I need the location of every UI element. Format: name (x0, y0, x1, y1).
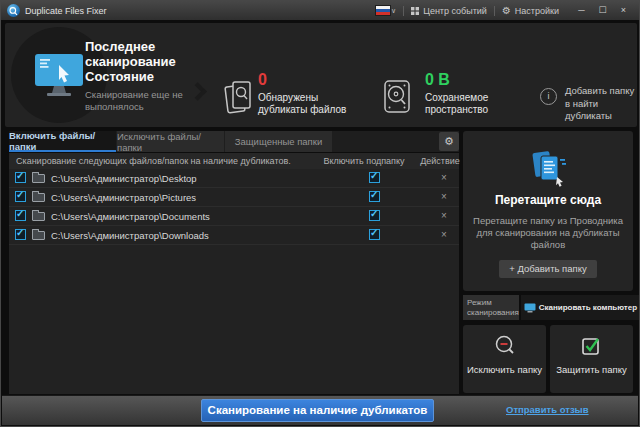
row-checkbox[interactable]: ✓ (15, 229, 26, 240)
monitor-icon (33, 52, 85, 98)
drive-search-icon (383, 79, 411, 115)
grid-icon (411, 7, 419, 15)
duplicate-files-icon (224, 78, 254, 116)
status-panel: Последнее сканирование Состояние Сканиро… (5, 23, 637, 127)
tab-protected-folders[interactable]: Защищенные папки (225, 131, 332, 152)
chevron-down-icon: ∨ (391, 7, 396, 15)
table-row: ✓ C:\Users\Администратор\Desktop ✓ × (9, 169, 459, 188)
protect-checkbox-icon (581, 334, 603, 358)
titlebar: Duplicate Files Fixer ∨ Центр событий ⚙ … (1, 1, 639, 20)
scan-mode-selected: Сканировать компьютер (539, 303, 637, 312)
row-checkbox[interactable]: ✓ (15, 191, 26, 202)
events-center-label: Центр событий (423, 6, 487, 16)
scan-mode-row: Режим сканирования Сканировать компьютер… (463, 295, 633, 320)
folder-icon (32, 212, 45, 221)
app-logo-icon (7, 4, 20, 17)
folder-icon (32, 174, 45, 183)
exclude-folder-button[interactable]: Исключить папку (463, 325, 546, 393)
computer-icon (524, 303, 536, 313)
protect-folder-label: Защитить папку (550, 364, 633, 375)
folder-icon (32, 231, 45, 240)
drop-documents-icon (529, 147, 567, 187)
remove-row-button[interactable]: × (437, 191, 451, 202)
check-icon: ✓ (16, 227, 24, 238)
drop-zone-title: Перетащите сюда (463, 193, 633, 207)
space-saved-label: Сохраняемое пространство (425, 92, 511, 116)
tab-include-files[interactable]: Включить файлы/папки (9, 131, 116, 152)
bottom-bar: Сканирование на наличие дубликатов Отпра… (2, 395, 638, 425)
russian-flag-icon (376, 6, 390, 15)
add-folder-button[interactable]: + Добавить папку (499, 260, 596, 278)
table-row: ✓ C:\Users\Администратор\Downloads ✓ × (9, 226, 459, 245)
subfolder-checkbox[interactable]: ✓ (369, 229, 380, 240)
window-title: Duplicate Files Fixer (25, 6, 107, 16)
last-scan-subtitle: Сканирование еще не выполнялось (85, 89, 197, 113)
row-checkbox[interactable]: ✓ (15, 210, 26, 221)
folder-icon (32, 193, 45, 202)
scan-folder-table: ✓ C:\Users\Администратор\Desktop ✓ × ✓ C… (9, 169, 459, 394)
gear-icon: ⚙ (502, 5, 511, 16)
separator (403, 6, 404, 16)
space-saved-value: 0 В (425, 71, 450, 89)
check-icon: ✓ (370, 227, 378, 238)
check-icon: ✓ (16, 170, 24, 181)
table-row: ✓ C:\Users\Администратор\Pictures ✓ × (9, 188, 459, 207)
row-checkbox[interactable]: ✓ (15, 172, 26, 183)
remove-row-button[interactable]: × (437, 210, 451, 221)
check-icon: ✓ (370, 208, 378, 219)
scan-mode-label: Режим сканирования (463, 295, 519, 320)
header-action: Действие (417, 156, 463, 166)
remove-row-button[interactable]: × (437, 229, 451, 240)
folder-path: C:\Users\Администратор\Documents (51, 211, 210, 222)
check-icon: ✓ (16, 208, 24, 219)
check-icon: ✓ (16, 189, 24, 200)
drag-drop-zone[interactable]: Перетащите сюда Перетащите папку из Пров… (463, 131, 633, 291)
tab-exclude-files[interactable]: Исключить файлы/папки (117, 131, 224, 152)
scan-mode-dropdown[interactable]: Сканировать компьютер ✓ (521, 295, 640, 320)
check-icon: ✓ (370, 189, 378, 200)
folder-path: C:\Users\Администратор\Desktop (51, 173, 197, 184)
table-header: Сканирование следующих файлов/папок на н… (9, 153, 459, 169)
exclude-magnifier-icon (493, 334, 517, 358)
exclude-folder-label: Исключить папку (463, 364, 546, 375)
list-settings-gear-icon[interactable]: ⚙ (439, 132, 459, 151)
language-selector[interactable]: ∨ (376, 6, 396, 15)
subfolder-checkbox[interactable]: ✓ (369, 172, 380, 183)
folder-path: C:\Users\Администратор\Pictures (51, 192, 196, 203)
settings-button[interactable]: ⚙ Настройки (502, 5, 559, 16)
header-path: Сканирование следующих файлов/папок на н… (16, 156, 291, 166)
scan-for-duplicates-button[interactable]: Сканирование на наличие дубликатов (201, 399, 434, 422)
header-subfolder: Включить подпапку (319, 156, 409, 166)
tab-bar: Включить файлы/папки Исключить файлы/пап… (9, 131, 459, 152)
separator (494, 6, 495, 16)
duplicates-count: 0 (258, 71, 267, 89)
drop-zone-description: Перетащите папку из Проводника для скани… (463, 215, 633, 251)
add-folder-hint: Добавить папку в найти дубликаты (565, 85, 640, 123)
last-scan-title: Последнее сканирование Состояние (85, 39, 189, 84)
send-feedback-link[interactable]: Отправить отзыв (506, 404, 589, 415)
minimize-button[interactable]: ─ (572, 3, 591, 18)
close-button[interactable]: × (614, 3, 633, 18)
subfolder-checkbox[interactable]: ✓ (369, 210, 380, 221)
table-row: ✓ C:\Users\Администратор\Documents ✓ × (9, 207, 459, 226)
events-center-button[interactable]: Центр событий (411, 6, 487, 16)
subfolder-checkbox[interactable]: ✓ (369, 191, 380, 202)
settings-label: Настройки (515, 6, 559, 16)
check-icon: ✓ (370, 170, 378, 181)
folder-path: C:\Users\Администратор\Downloads (51, 230, 209, 241)
duplicates-label: Обнаружены дубликаты файлов (258, 92, 354, 116)
remove-row-button[interactable]: × (437, 172, 451, 183)
maximize-button[interactable]: ☐ (593, 3, 612, 18)
protect-folder-button[interactable]: Защитить папку (550, 325, 633, 393)
app-window: Duplicate Files Fixer ∨ Центр событий ⚙ … (0, 0, 640, 427)
info-icon: i (540, 88, 557, 105)
